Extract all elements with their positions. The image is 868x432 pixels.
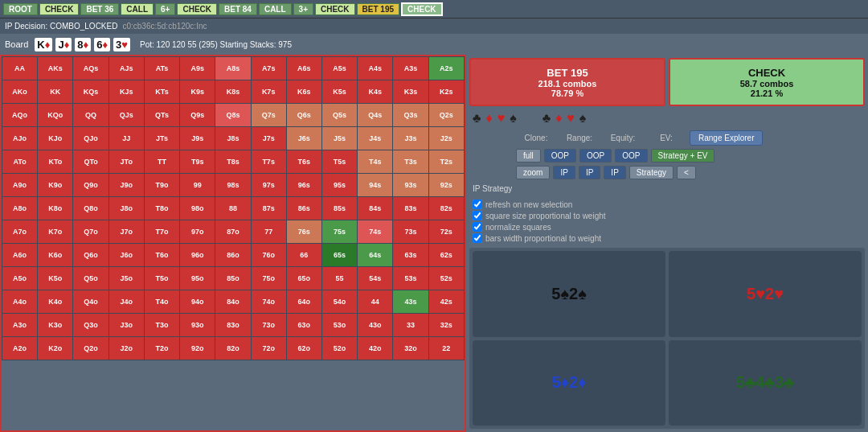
matrix-cell[interactable]: T4o bbox=[144, 290, 179, 314]
spade-icon-2[interactable]: ♠ bbox=[579, 111, 587, 125]
matrix-cell[interactable]: 73s bbox=[393, 220, 428, 244]
matrix-cell[interactable]: K6s bbox=[286, 80, 321, 104]
matrix-cell[interactable]: 93o bbox=[180, 314, 215, 337]
ip-btn-3[interactable]: IP bbox=[604, 166, 625, 179]
matrix-cell[interactable]: 83s bbox=[393, 197, 428, 220]
club-icon-1[interactable]: ♣ bbox=[473, 111, 481, 125]
matrix-cell[interactable]: K8o bbox=[38, 197, 73, 220]
matrix-cell[interactable]: 52s bbox=[428, 267, 464, 290]
matrix-cell[interactable]: 64o bbox=[286, 290, 321, 314]
matrix-cell[interactable]: J6s bbox=[286, 127, 321, 150]
nav-call-1[interactable]: CALL bbox=[121, 3, 154, 15]
matrix-cell[interactable]: 75o bbox=[251, 267, 286, 290]
matrix-cell[interactable]: J4o bbox=[108, 290, 144, 314]
strategy-button[interactable]: Strategy bbox=[629, 166, 674, 179]
matrix-cell[interactable]: J2o bbox=[108, 337, 144, 360]
cb-normalize-input[interactable] bbox=[473, 222, 482, 232]
matrix-cell[interactable]: AA bbox=[2, 57, 38, 80]
matrix-cell[interactable]: Q9s bbox=[180, 104, 215, 127]
matrix-cell[interactable]: Q2s bbox=[428, 104, 464, 127]
matrix-cell[interactable]: T3o bbox=[144, 314, 179, 337]
matrix-cell[interactable]: Q7o bbox=[73, 220, 108, 244]
matrix-cell[interactable]: Q7s bbox=[251, 104, 286, 127]
matrix-cell[interactable]: AJs bbox=[108, 57, 144, 80]
matrix-cell[interactable]: K9s bbox=[180, 80, 215, 104]
matrix-cell[interactable]: TT bbox=[144, 150, 179, 174]
cb-bars-width[interactable]: bars width proportional to weight bbox=[473, 233, 862, 243]
matrix-cell[interactable]: AJo bbox=[2, 127, 38, 150]
matrix-cell[interactable]: A8s bbox=[215, 57, 251, 80]
matrix-cell[interactable]: 74o bbox=[251, 290, 286, 314]
matrix-cell[interactable]: A5s bbox=[321, 57, 357, 80]
cb-square-weight[interactable]: square size proportional to weight bbox=[473, 211, 862, 220]
matrix-cell[interactable]: KTs bbox=[144, 80, 179, 104]
matrix-cell[interactable]: A9o bbox=[2, 174, 38, 197]
matrix-cell[interactable]: J5s bbox=[321, 127, 357, 150]
strategy-ev-button[interactable]: Strategy + EV bbox=[651, 149, 715, 163]
matrix-cell[interactable]: 98s bbox=[215, 174, 251, 197]
matrix-cell[interactable]: 53o bbox=[321, 314, 357, 337]
matrix-cell[interactable]: 55 bbox=[321, 267, 357, 290]
matrix-cell[interactable]: Q4o bbox=[73, 290, 108, 314]
oop-btn-1[interactable]: OOP bbox=[544, 149, 576, 163]
matrix-cell[interactable]: 83o bbox=[215, 314, 251, 337]
matrix-cell[interactable]: 73o bbox=[251, 314, 286, 337]
matrix-cell[interactable]: 33 bbox=[393, 314, 428, 337]
matrix-cell[interactable]: A6s bbox=[286, 57, 321, 80]
matrix-cell[interactable]: A5o bbox=[2, 267, 38, 290]
check-summary[interactable]: CHECK 58.7 combos 21.21 % bbox=[669, 58, 865, 106]
matrix-cell[interactable]: K5s bbox=[321, 80, 357, 104]
nav-bet84[interactable]: BET 84 bbox=[219, 3, 257, 15]
matrix-cell[interactable]: T7s bbox=[251, 150, 286, 174]
matrix-cell[interactable]: Q8s bbox=[215, 104, 251, 127]
nav-bet36[interactable]: BET 36 bbox=[80, 3, 119, 15]
matrix-cell[interactable]: A8o bbox=[2, 197, 38, 220]
matrix-cell[interactable]: 76o bbox=[251, 244, 286, 267]
matrix-cell[interactable]: 64s bbox=[358, 244, 393, 267]
cb-normalize[interactable]: normalize squares bbox=[473, 222, 862, 232]
matrix-cell[interactable]: 95s bbox=[321, 174, 357, 197]
matrix-cell[interactable]: 62o bbox=[286, 337, 321, 360]
matrix-cell[interactable]: KQs bbox=[73, 80, 108, 104]
matrix-cell[interactable]: Q6s bbox=[286, 104, 321, 127]
full-button[interactable]: full bbox=[516, 149, 541, 163]
matrix-cell[interactable]: 87o bbox=[215, 220, 251, 244]
lt-button[interactable]: < bbox=[677, 166, 696, 179]
matrix-cell[interactable]: Q8o bbox=[73, 197, 108, 220]
matrix-cell[interactable]: T8o bbox=[144, 197, 179, 220]
matrix-cell[interactable]: 52o bbox=[321, 337, 357, 360]
matrix-cell[interactable]: KJs bbox=[108, 80, 144, 104]
matrix-cell[interactable]: K7s bbox=[251, 80, 286, 104]
matrix-cell[interactable]: K3o bbox=[38, 314, 73, 337]
matrix-cell[interactable]: 44 bbox=[358, 290, 393, 314]
matrix-cell[interactable]: QQ bbox=[73, 104, 108, 127]
cb-refresh[interactable]: refresh on new selection bbox=[473, 200, 862, 209]
matrix-cell[interactable]: 43o bbox=[358, 314, 393, 337]
matrix-cell[interactable]: T2s bbox=[428, 150, 464, 174]
matrix-cell[interactable]: 98o bbox=[180, 197, 215, 220]
matrix-cell[interactable]: T4s bbox=[358, 150, 393, 174]
matrix-cell[interactable]: T8s bbox=[215, 150, 251, 174]
nav-check-2[interactable]: CHECK bbox=[177, 3, 217, 15]
spade-icon-1[interactable]: ♠ bbox=[510, 111, 517, 125]
matrix-cell[interactable]: A2o bbox=[2, 337, 38, 360]
matrix-cell[interactable]: AQs bbox=[73, 57, 108, 80]
matrix-cell[interactable]: 74s bbox=[358, 220, 393, 244]
matrix-cell[interactable]: J9s bbox=[180, 127, 215, 150]
matrix-cell[interactable]: Q9o bbox=[73, 174, 108, 197]
matrix-cell[interactable]: 82o bbox=[215, 337, 251, 360]
matrix-cell[interactable]: ATs bbox=[144, 57, 179, 80]
matrix-cell[interactable]: 92s bbox=[428, 174, 464, 197]
matrix-cell[interactable]: 92o bbox=[180, 337, 215, 360]
matrix-cell[interactable]: 22 bbox=[428, 337, 464, 360]
matrix-cell[interactable]: JTs bbox=[144, 127, 179, 150]
matrix-cell[interactable]: 32s bbox=[428, 314, 464, 337]
matrix-cell[interactable]: K5o bbox=[38, 267, 73, 290]
matrix-cell[interactable]: Q3s bbox=[393, 104, 428, 127]
matrix-cell[interactable]: Q5o bbox=[73, 267, 108, 290]
matrix-cell[interactable]: Q5s bbox=[321, 104, 357, 127]
matrix-cell[interactable]: J5o bbox=[108, 267, 144, 290]
matrix-cell[interactable]: J2s bbox=[428, 127, 464, 150]
matrix-cell[interactable]: K9o bbox=[38, 174, 73, 197]
matrix-cell[interactable]: 65o bbox=[286, 267, 321, 290]
